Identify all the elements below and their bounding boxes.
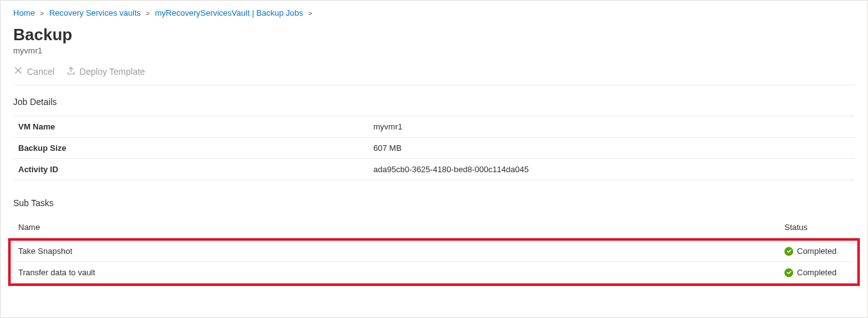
highlighted-region: Take Snapshot Completed Tra bbox=[8, 238, 860, 286]
column-header-status[interactable]: Status bbox=[779, 217, 855, 238]
detail-label: VM Name bbox=[13, 116, 368, 138]
page-title: Backup bbox=[13, 25, 855, 45]
status-text: Completed bbox=[797, 246, 837, 256]
chevron-right-icon: > bbox=[308, 9, 312, 17]
task-name: Take Snapshot bbox=[13, 241, 779, 262]
table-row: Transfer data to vault Completed bbox=[13, 262, 855, 283]
sub-tasks-table: Name Status bbox=[13, 217, 855, 238]
cancel-button-label: Cancel bbox=[27, 67, 55, 77]
deploy-template-button-label: Deploy Template bbox=[80, 67, 145, 77]
close-icon bbox=[13, 65, 23, 77]
upload-icon bbox=[66, 65, 76, 77]
table-row: VM Name myvmr1 bbox=[13, 116, 855, 138]
chevron-right-icon: > bbox=[40, 9, 44, 17]
check-circle-icon bbox=[784, 247, 793, 256]
sub-tasks-heading: Sub Tasks bbox=[13, 198, 855, 208]
status-badge: Completed bbox=[784, 246, 850, 256]
detail-value: ada95cb0-3625-4180-bed8-000c114da045 bbox=[368, 159, 855, 180]
detail-value: myvmr1 bbox=[368, 116, 855, 138]
job-details-table: VM Name myvmr1 Backup Size 607 MB Activi… bbox=[13, 116, 855, 180]
chevron-right-icon: > bbox=[146, 9, 150, 17]
cancel-button[interactable]: Cancel bbox=[13, 65, 55, 77]
detail-label: Backup Size bbox=[13, 138, 368, 159]
task-name: Transfer data to vault bbox=[13, 262, 779, 283]
detail-value: 607 MB bbox=[368, 138, 855, 159]
check-circle-icon bbox=[784, 268, 793, 277]
status-text: Completed bbox=[797, 268, 837, 277]
column-header-name[interactable]: Name bbox=[13, 217, 779, 238]
table-row: Activity ID ada95cb0-3625-4180-bed8-000c… bbox=[13, 159, 855, 180]
breadcrumb-home[interactable]: Home bbox=[13, 8, 35, 18]
job-details-heading: Job Details bbox=[13, 97, 855, 107]
detail-label: Activity ID bbox=[13, 159, 368, 180]
breadcrumb-recovery-services-vaults[interactable]: Recovery Services vaults bbox=[49, 8, 141, 18]
status-badge: Completed bbox=[784, 268, 850, 277]
toolbar: Cancel Deploy Template bbox=[13, 65, 855, 85]
table-row: Backup Size 607 MB bbox=[13, 138, 855, 159]
deploy-template-button[interactable]: Deploy Template bbox=[66, 65, 145, 77]
breadcrumb: Home > Recovery Services vaults > myReco… bbox=[13, 8, 855, 18]
page-subtitle: myvmr1 bbox=[13, 46, 855, 55]
breadcrumb-vault-backup-jobs[interactable]: myRecoveryServicesVault | Backup Jobs bbox=[155, 8, 304, 18]
table-row: Take Snapshot Completed bbox=[13, 241, 855, 262]
